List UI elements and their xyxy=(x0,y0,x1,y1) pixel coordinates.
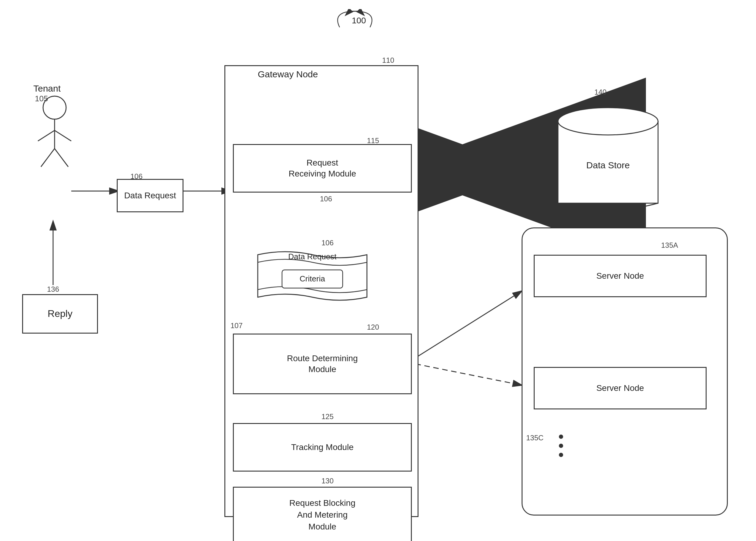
svg-text:Data Request: Data Request xyxy=(288,252,337,261)
svg-line-19 xyxy=(41,149,55,167)
gateway-number: 110 xyxy=(382,56,394,65)
svg-text:Data Store: Data Store xyxy=(586,160,629,170)
request-blocking-module-box: Request BlockingAnd MeteringModule xyxy=(233,487,412,541)
ref-107: 107 xyxy=(230,321,242,330)
ref-106-below-rrm: 106 xyxy=(320,195,332,203)
ref-130: 130 xyxy=(321,477,334,485)
ref-120: 120 xyxy=(367,323,379,331)
svg-line-14 xyxy=(415,364,522,385)
reply-number: 136 xyxy=(47,285,59,293)
server-node-a-box: Server Node xyxy=(534,255,707,297)
server-c-dots xyxy=(552,431,570,461)
server-a-number: 135A xyxy=(661,241,678,250)
title-arrows xyxy=(330,9,379,33)
reply-box: Reply xyxy=(22,294,98,333)
ref-125: 125 xyxy=(321,412,334,421)
route-determining-module-box: Route DeterminingModule xyxy=(233,333,412,394)
svg-point-25 xyxy=(558,108,658,135)
svg-line-18 xyxy=(55,130,71,141)
server-c-number: 135C xyxy=(526,434,544,442)
ref-106-scroll: 106 xyxy=(321,239,334,247)
tracking-module-box: Tracking Module xyxy=(233,423,412,472)
svg-line-17 xyxy=(38,130,55,141)
data-store-cylinder: Data Store xyxy=(555,103,661,218)
svg-point-28 xyxy=(559,444,563,448)
tenant-icon xyxy=(24,91,85,176)
diagram-container: 100 Tenant 105 106 Data Request Gateway … xyxy=(0,0,756,541)
svg-text:Criteria: Criteria xyxy=(300,274,325,283)
tenant-number: 105 xyxy=(35,94,48,103)
data-request-box: Data Request xyxy=(117,179,184,212)
svg-line-20 xyxy=(55,149,68,167)
server-node-b-box: Server Node xyxy=(534,367,707,409)
request-receiving-module-box: RequestReceiving Module xyxy=(233,144,412,193)
data-store-number: 140 xyxy=(594,88,606,96)
tenant-label: Tenant xyxy=(33,83,61,94)
rrm-number: 115 xyxy=(367,137,379,145)
gateway-node-label: Gateway Node xyxy=(258,69,318,80)
svg-line-13 xyxy=(415,291,522,358)
svg-point-29 xyxy=(559,453,563,457)
svg-point-27 xyxy=(559,434,563,439)
data-request-scroll: Criteria Data Request xyxy=(255,246,370,309)
